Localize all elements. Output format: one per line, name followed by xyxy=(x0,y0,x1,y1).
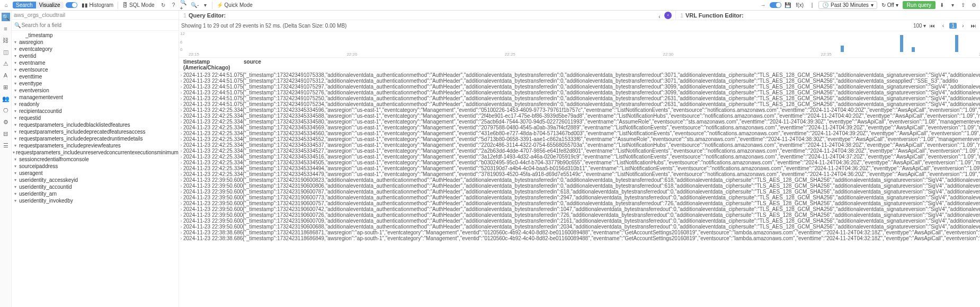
table-row[interactable]: ›2024-11-23 22:39:50.600{"_timestamp":17… xyxy=(179,206,980,212)
table-row[interactable]: ›2024-11-23 22:44:51.075{"_timestamp":17… xyxy=(179,90,980,95)
expand-row-icon[interactable]: › xyxy=(179,224,183,230)
field-useridentity_accesskeyid[interactable]: ▾useridentity_accesskeyid xyxy=(12,177,179,183)
field-timestamp[interactable]: _timestamp xyxy=(12,32,179,39)
chevron-left-icon[interactable]: ‹ xyxy=(658,13,663,17)
field-recipientaccountid[interactable]: ▾recipientaccountid xyxy=(12,108,179,115)
expand-row-icon[interactable]: › xyxy=(179,160,183,165)
dashboard-nav-icon[interactable]: ◫ xyxy=(2,48,10,56)
table-row[interactable]: ›2024-11-23 22:42:25.334{"_timestamp":17… xyxy=(179,113,980,119)
expand-row-icon[interactable]: › xyxy=(179,113,183,119)
arrow-right-icon[interactable]: → xyxy=(759,1,768,10)
gear-nav-icon[interactable]: ⚙ xyxy=(2,118,10,126)
expand-row-icon[interactable]: › xyxy=(179,189,183,195)
chevron-down-icon-2[interactable]: ▾ xyxy=(948,1,957,10)
field-requestparameters_includedeprecatedruntimedetails[interactable]: ▾requestparameters_includedeprecatedrunt… xyxy=(12,135,179,142)
quick-mode-button[interactable]: ⚡ Quick Mode xyxy=(215,2,255,8)
settings-icon[interactable]: ⚙ xyxy=(969,1,978,10)
field-useragent[interactable]: ▾useragent xyxy=(12,170,179,177)
table-row[interactable]: ›2024-11-23 22:38:38.686{"_timestamp":17… xyxy=(179,230,980,235)
expand-row-icon[interactable]: › xyxy=(179,78,183,84)
text-nav-icon[interactable]: A xyxy=(2,71,10,80)
expand-row-icon[interactable]: › xyxy=(179,154,183,160)
table-row[interactable]: ›2024-11-23 22:44:51.075{"_timestamp":17… xyxy=(179,101,980,107)
expand-row-icon[interactable]: › xyxy=(179,130,183,136)
page-size-select[interactable]: 100 ▾ xyxy=(913,23,926,29)
help-icon[interactable]: ? xyxy=(170,1,178,10)
field-eventcategory[interactable]: ▾eventcategory xyxy=(12,46,179,52)
field-awsregion[interactable]: ▾awsregion xyxy=(12,39,179,46)
field-eventsource[interactable]: ▾eventsource xyxy=(12,66,179,73)
field-eventtime[interactable]: ▾eventtime xyxy=(12,73,179,80)
expand-row-icon[interactable]: › xyxy=(179,183,183,189)
table-row[interactable]: ›2024-11-23 22:38:38.686{"_timestamp":17… xyxy=(179,235,980,241)
field-requestparameters_includedeprecatedfeaturesaccess[interactable]: ▾requestparameters_includedeprecatedfeat… xyxy=(12,128,179,135)
field-managementevent[interactable]: ▾managementevent xyxy=(12,94,179,101)
next-page-icon[interactable]: › xyxy=(959,21,967,30)
refresh-off-button[interactable]: ↻ Off ▾ xyxy=(879,2,901,8)
folder-nav-icon[interactable]: ⊟ xyxy=(2,129,10,138)
list-nav-icon[interactable]: ☰ xyxy=(2,141,10,150)
header-source[interactable]: source xyxy=(243,58,980,72)
expand-row-icon[interactable]: › xyxy=(179,148,183,154)
field-useridentity_arn[interactable]: ▾useridentity_arn xyxy=(12,190,179,197)
funnel-nav-icon[interactable]: ⎔ xyxy=(2,106,10,115)
table-row[interactable]: ›2024-11-23 22:39:50.600{"_timestamp":17… xyxy=(179,224,980,230)
field-requestid[interactable]: ▾requestid xyxy=(12,115,179,121)
table-row[interactable]: ›2024-11-23 22:42:25.334{"_timestamp":17… xyxy=(179,154,980,160)
run-query-button[interactable]: Run query xyxy=(903,1,936,9)
expand-row-icon[interactable]: › xyxy=(179,171,183,177)
chart-bar[interactable] xyxy=(955,35,958,52)
field-useridentity_accountid[interactable]: ▾useridentity_accountid xyxy=(12,183,179,190)
table-row[interactable]: ›2024-11-23 22:42:25.334{"_timestamp":17… xyxy=(179,160,980,165)
table-row[interactable]: ›2024-11-23 22:42:25.334{"_timestamp":17… xyxy=(179,107,980,113)
table-row[interactable]: ›2024-11-23 22:44:51.075{"_timestamp":17… xyxy=(179,78,980,84)
zoom-in-icon[interactable]: 🔍+ xyxy=(180,1,189,10)
save-icon[interactable]: 💾 xyxy=(783,1,792,10)
expand-row-icon[interactable]: › xyxy=(179,142,183,148)
field-requestparameters_includepreviewfeatures[interactable]: ▾requestparameters_includepreviewfeature… xyxy=(12,142,179,149)
expand-row-icon[interactable]: › xyxy=(179,165,183,171)
histogram-toggle[interactable] xyxy=(66,2,77,8)
table-row[interactable]: ›2024-11-23 22:42:25.334{"_timestamp":17… xyxy=(179,142,980,148)
refresh-icon[interactable]: ↻ xyxy=(159,1,167,10)
zoom-out-icon[interactable]: 🔍- xyxy=(191,1,199,10)
field-requestparameters_includedblacklistedfeatures[interactable]: ▾requestparameters_includedblacklistedfe… xyxy=(12,121,179,128)
header-timestamp[interactable]: timestamp (America/Chicago) xyxy=(179,58,243,72)
last-page-icon[interactable]: ⏭ xyxy=(969,21,978,30)
prev-page-icon[interactable]: ‹ xyxy=(939,21,947,30)
grid-nav-icon[interactable]: ⊞ xyxy=(2,83,10,91)
expand-row-icon[interactable]: › xyxy=(179,119,183,125)
first-page-icon[interactable]: ⏮ xyxy=(928,21,937,30)
home-icon[interactable]: ⌂ xyxy=(2,1,11,10)
streams-nav-icon[interactable]: ≡ xyxy=(2,24,10,33)
expand-row-icon[interactable]: › xyxy=(179,84,183,90)
field-eventid[interactable]: ▾eventid xyxy=(12,52,179,59)
users-nav-icon[interactable]: 👥 xyxy=(2,94,10,103)
expand-row-icon[interactable]: › xyxy=(179,206,183,212)
expand-row-icon[interactable]: › xyxy=(179,95,183,101)
table-row[interactable]: ›2024-11-23 22:42:25.334{"_timestamp":17… xyxy=(179,125,980,130)
time-range-picker[interactable]: 🕒 Past 30 Minutes ▾ xyxy=(818,1,877,9)
table-row[interactable]: ›2024-11-23 22:39:50.600{"_timestamp":17… xyxy=(179,195,980,200)
expand-row-icon[interactable]: › xyxy=(179,235,183,241)
expand-row-icon[interactable]: › xyxy=(179,72,183,78)
table-row[interactable]: ›2024-11-23 22:42:25.334{"_timestamp":17… xyxy=(179,148,980,154)
table-row[interactable]: ›2024-11-23 22:44:51.075{"_timestamp":17… xyxy=(179,72,980,78)
query-editor[interactable]: 1 Query Editor: ‹ ‹ xyxy=(179,11,676,20)
expand-row-icon[interactable]: › xyxy=(179,200,183,206)
sql-mode-button[interactable]: 🗄 SQL Mode xyxy=(120,2,156,8)
table-row[interactable]: ›2024-11-23 22:42:25.334{"_timestamp":17… xyxy=(179,119,980,125)
search-tab[interactable]: Search xyxy=(13,2,36,8)
download-icon[interactable]: ⬇ xyxy=(938,1,946,10)
vrl-editor[interactable]: 1 VRL Function Editor: xyxy=(676,11,980,20)
expand-row-icon[interactable]: › xyxy=(179,136,183,142)
expand-row-icon[interactable]: › xyxy=(179,212,183,218)
field-requestparameters_includeunreservedconcurrentexecutionsminimum[interactable]: ▾requestparameters_includeunreservedconc… xyxy=(12,149,179,156)
chart-bar[interactable] xyxy=(900,35,903,52)
share-icon[interactable]: ⇪ xyxy=(959,1,967,10)
field-search-input[interactable] xyxy=(21,22,176,29)
table-row[interactable]: ›2024-11-23 22:39:50.600{"_timestamp":17… xyxy=(179,218,980,224)
table-row[interactable]: ›2024-11-23 22:42:25.334{"_timestamp":17… xyxy=(179,171,980,177)
field-eventname[interactable]: ▾eventname xyxy=(12,59,179,66)
unknown-toggle[interactable] xyxy=(770,2,781,8)
